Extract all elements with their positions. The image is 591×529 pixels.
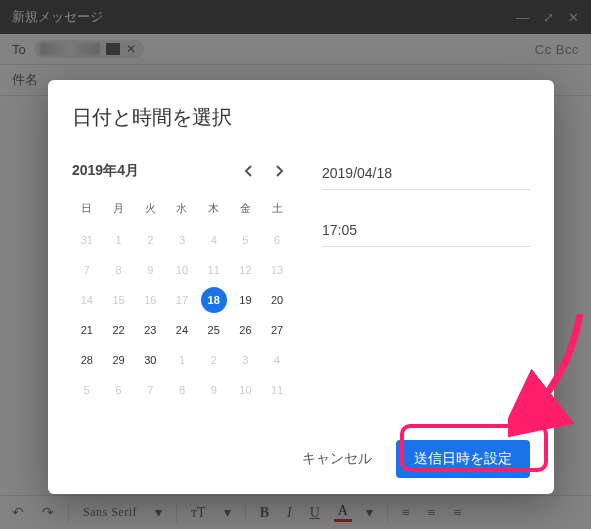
calendar-dow: 水 xyxy=(167,197,197,224)
calendar-day[interactable]: 6 xyxy=(106,377,132,403)
calendar-day-selected[interactable]: 18 xyxy=(201,287,227,313)
calendar-day[interactable]: 29 xyxy=(106,347,132,373)
calendar-day[interactable]: 3 xyxy=(232,347,258,373)
calendar-dow: 土 xyxy=(262,197,292,224)
calendar-day[interactable]: 8 xyxy=(106,257,132,283)
calendar-day[interactable]: 21 xyxy=(74,317,100,343)
calendar-day[interactable]: 22 xyxy=(106,317,132,343)
cancel-button[interactable]: キャンセル xyxy=(288,442,386,476)
date-input[interactable] xyxy=(322,159,530,190)
calendar-day[interactable]: 9 xyxy=(137,257,163,283)
calendar-dow: 日 xyxy=(72,197,102,224)
calendar-day[interactable]: 15 xyxy=(106,287,132,313)
calendar-day[interactable]: 13 xyxy=(264,257,290,283)
calendar-day[interactable]: 1 xyxy=(169,347,195,373)
calendar-day[interactable]: 25 xyxy=(201,317,227,343)
calendar-day[interactable]: 26 xyxy=(232,317,258,343)
calendar-day[interactable]: 11 xyxy=(201,257,227,283)
calendar-day[interactable]: 28 xyxy=(74,347,100,373)
calendar-day[interactable]: 5 xyxy=(232,227,258,253)
calendar-dow: 木 xyxy=(199,197,229,224)
calendar-day[interactable]: 9 xyxy=(201,377,227,403)
next-month-button[interactable] xyxy=(268,159,292,183)
schedule-modal: 日付と時間を選択 2019年4月 日月火水木金土3112345678910111… xyxy=(48,80,554,494)
calendar-day[interactable]: 4 xyxy=(201,227,227,253)
calendar-dow: 火 xyxy=(135,197,165,224)
calendar-day[interactable]: 17 xyxy=(169,287,195,313)
calendar-day[interactable]: 7 xyxy=(137,377,163,403)
calendar-day[interactable]: 2 xyxy=(201,347,227,373)
calendar-day[interactable]: 5 xyxy=(74,377,100,403)
calendar-day[interactable]: 30 xyxy=(137,347,163,373)
calendar-day[interactable]: 24 xyxy=(169,317,195,343)
calendar: 2019年4月 日月火水木金土3112345678910111213141516… xyxy=(72,159,292,404)
calendar-day[interactable]: 4 xyxy=(264,347,290,373)
prev-month-button[interactable] xyxy=(236,159,260,183)
calendar-day[interactable]: 1 xyxy=(106,227,132,253)
calendar-day[interactable]: 27 xyxy=(264,317,290,343)
calendar-day[interactable]: 11 xyxy=(264,377,290,403)
calendar-day[interactable]: 12 xyxy=(232,257,258,283)
calendar-month-label: 2019年4月 xyxy=(72,162,139,180)
calendar-day[interactable]: 14 xyxy=(74,287,100,313)
calendar-day[interactable]: 7 xyxy=(74,257,100,283)
calendar-day[interactable]: 20 xyxy=(264,287,290,313)
calendar-day[interactable]: 3 xyxy=(169,227,195,253)
calendar-day[interactable]: 2 xyxy=(137,227,163,253)
calendar-dow: 月 xyxy=(104,197,134,224)
calendar-day[interactable]: 16 xyxy=(137,287,163,313)
calendar-day[interactable]: 31 xyxy=(74,227,100,253)
schedule-send-button[interactable]: 送信日時を設定 xyxy=(396,440,530,478)
calendar-day[interactable]: 23 xyxy=(137,317,163,343)
calendar-day[interactable]: 10 xyxy=(169,257,195,283)
calendar-day[interactable]: 19 xyxy=(232,287,258,313)
modal-title: 日付と時間を選択 xyxy=(72,104,530,131)
calendar-dow: 金 xyxy=(231,197,261,224)
time-input[interactable] xyxy=(322,216,530,247)
calendar-day[interactable]: 8 xyxy=(169,377,195,403)
calendar-day[interactable]: 10 xyxy=(232,377,258,403)
calendar-day[interactable]: 6 xyxy=(264,227,290,253)
